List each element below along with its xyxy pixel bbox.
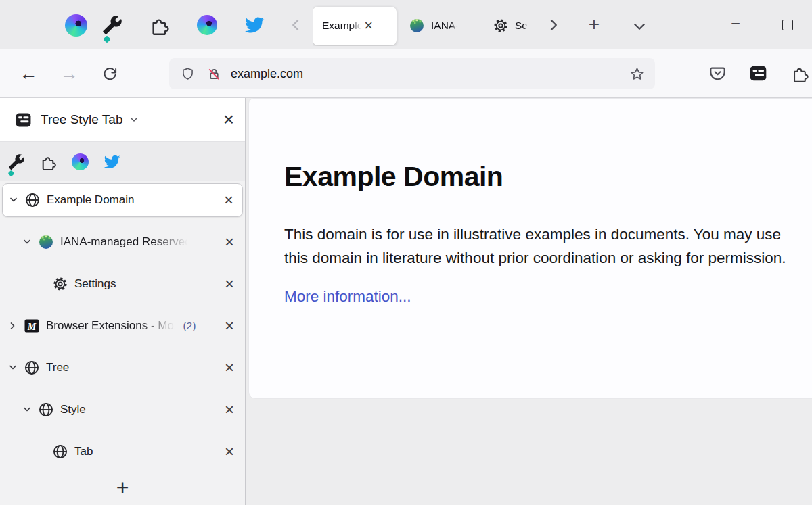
chevron-left-icon [288, 17, 304, 33]
sidebar-new-tab-button[interactable]: + [0, 470, 245, 505]
page-content-card: Example Domain This domain is for use in… [248, 98, 812, 399]
tab-label: IANA- [431, 20, 459, 32]
more-information-link[interactable]: More information... [284, 288, 411, 306]
pocket-button[interactable] [708, 64, 727, 83]
tree-style-tab-icon [15, 112, 32, 128]
tree-style-tab-toolbar-button[interactable] [748, 64, 767, 83]
pinned-tabs-strip [102, 15, 265, 35]
gear-icon [493, 18, 509, 34]
tracking-protection-shield-icon[interactable] [181, 67, 195, 81]
pinned-tab-wrench[interactable] [102, 15, 122, 35]
tab-example[interactable]: Example× [313, 7, 397, 45]
tab-label: Se [515, 20, 528, 32]
tree-item-style[interactable]: Style× [2, 393, 243, 427]
reload-button[interactable] [99, 63, 120, 85]
tab-close-button[interactable]: × [364, 18, 373, 33]
tree-item-settings[interactable]: Settings× [2, 267, 243, 301]
pinned-tab-puzzle[interactable] [40, 153, 57, 170]
forward-button[interactable]: → [58, 63, 80, 85]
pinned-tab-twitter[interactable] [244, 15, 265, 35]
tree-style-tab-icon [749, 64, 767, 82]
sidebar-title: Tree Style Tab [41, 112, 122, 127]
tab-iana-[interactable]: IANA- [399, 7, 480, 45]
chevron-down-icon[interactable] [7, 362, 24, 373]
tabbar-separator [93, 6, 93, 43]
page-paragraph: This domain is for use in illustrative e… [284, 222, 800, 270]
gear-icon [52, 276, 68, 292]
twitter-icon [244, 15, 265, 35]
twitter-icon [104, 153, 120, 170]
pinned-tab-twitter[interactable] [104, 153, 120, 170]
tree-item-label: Example Domain [47, 193, 134, 207]
tree-item-label: Settings [74, 277, 116, 291]
chevron-right-icon[interactable] [7, 320, 24, 331]
pinned-tab-firefox[interactable] [72, 153, 89, 170]
tree-item-label: Tree [46, 361, 69, 375]
tabs-strip: Example×IANA-Se [313, 5, 535, 46]
tree-style-tab-sidebar: Tree Style Tab × Example Domain×IANA-man… [0, 98, 246, 505]
chevron-down-icon[interactable] [8, 195, 24, 206]
iana-icon [409, 18, 425, 34]
chevron-spacer [36, 279, 52, 289]
tree-item-close-button[interactable]: × [225, 234, 234, 250]
tree-item-tab[interactable]: Tab× [2, 435, 243, 468]
tree-item-close-button[interactable]: × [225, 443, 234, 460]
chevron-right-icon [545, 17, 562, 33]
tab-se[interactable]: Se [483, 7, 535, 45]
firefox-icon [65, 14, 87, 37]
list-all-tabs-button[interactable] [631, 18, 648, 34]
tree-item-label: Style [60, 403, 86, 416]
tree-item-close-button[interactable]: × [225, 318, 234, 334]
new-tab-button[interactable]: + [583, 14, 605, 35]
sidebar-header: Tree Style Tab × [0, 98, 245, 142]
reload-icon [102, 66, 118, 82]
firefox-icon [72, 153, 89, 170]
tabs-end-separator [535, 2, 535, 44]
pinned-tab-puzzle[interactable] [150, 15, 170, 35]
tree-item-close-button[interactable]: × [225, 360, 234, 376]
collapsed-count-badge: (2) [183, 320, 196, 332]
scroll-tabs-left-button[interactable] [288, 17, 304, 33]
tree-item-close-button[interactable]: × [225, 276, 234, 292]
tree-item-close-button[interactable]: × [225, 402, 234, 418]
tree-item-example-domain[interactable]: Example Domain× [2, 183, 243, 217]
globe-icon [24, 360, 40, 376]
window-maximize-button[interactable] [782, 20, 793, 30]
mozilla-icon: M [24, 318, 40, 334]
puzzle-icon [791, 64, 809, 82]
sidebar-switcher-chevron-icon[interactable] [129, 114, 139, 125]
extensions-button[interactable] [790, 64, 809, 83]
bookmark-star-icon[interactable] [629, 66, 645, 82]
attention-dot [103, 35, 110, 43]
url-bar[interactable]: example.com [169, 58, 655, 89]
back-button[interactable]: ← [18, 63, 39, 85]
globe-icon [24, 192, 41, 208]
globe-icon [52, 443, 68, 460]
tree-item-label: Browser Extensions - Moz [46, 319, 179, 333]
puzzle-icon [150, 15, 170, 35]
wrench-icon [102, 15, 122, 35]
scroll-tabs-right-button[interactable] [545, 17, 562, 33]
svg-text:M: M [27, 322, 37, 332]
sidebar-close-button[interactable]: × [223, 110, 234, 129]
chevron-spacer [36, 446, 52, 457]
insecure-lock-icon[interactable] [206, 66, 222, 82]
chevron-down-icon[interactable] [22, 237, 38, 247]
chevron-down-icon [631, 18, 648, 34]
url-text[interactable]: example.com [231, 67, 303, 81]
tree-item-label: Tab [74, 445, 93, 458]
tree-item-browser-extensions-moz[interactable]: MBrowser Extensions - Moz(2)× [2, 309, 243, 343]
pocket-icon [708, 64, 727, 82]
tab-tree: Example Domain×IANA-managed Reserved×Set… [0, 181, 245, 470]
tree-item-iana-managed-reserved[interactable]: IANA-managed Reserved× [2, 225, 243, 259]
tree-item-tree[interactable]: Tree× [2, 351, 243, 385]
firefox-view-button[interactable] [65, 14, 85, 34]
wrench-icon [8, 153, 25, 170]
pinned-tab-wrench[interactable] [8, 153, 25, 170]
pinned-tab-firefox[interactable] [197, 15, 217, 35]
web-page: Example Domain This domain is for use in… [246, 98, 812, 505]
window-minimize-button[interactable]: − [724, 12, 747, 35]
chevron-down-icon[interactable] [22, 404, 38, 415]
content-area: Tree Style Tab × Example Domain×IANA-man… [0, 98, 812, 505]
tree-item-close-button[interactable]: × [224, 192, 233, 208]
